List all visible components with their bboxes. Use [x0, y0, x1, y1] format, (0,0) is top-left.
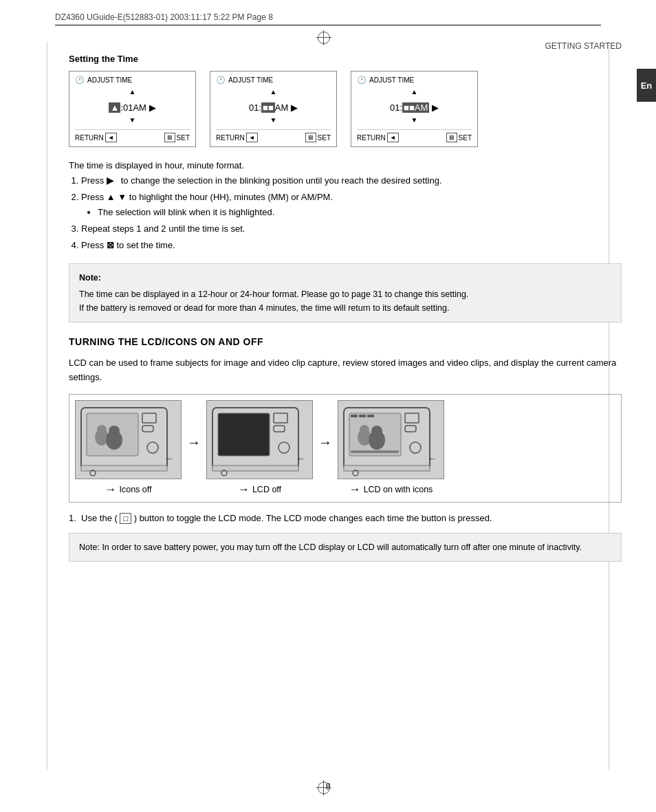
inner-arrow-3: →	[349, 483, 361, 496]
screen1-set: ⊠ SET	[164, 133, 190, 142]
section2-heading: TURNING THE LCD/ICONS ON AND OFF	[69, 336, 622, 347]
svg-rect-65	[351, 450, 399, 453]
inner-lcd-off: ← → LCD off	[206, 400, 313, 496]
adjust-time-screens: 🕐 ADJUST TIME ▲ ▲:01AM ▶ ▼ RETURN ◄ ⊠ SE…	[69, 71, 622, 147]
screen3-return: RETURN ◄	[357, 133, 399, 142]
inner-arrow-1: →	[105, 483, 116, 496]
screen3-up-arrow: ▲	[357, 89, 472, 96]
lcd-description: LCD can be used to frame subjects for im…	[69, 355, 622, 385]
screen1-hours-blink: ▲	[109, 102, 120, 113]
bottom-note-box: Note: In order to save battery power, yo…	[69, 533, 622, 562]
screen1-title-text: ADJUST TIME	[87, 76, 132, 84]
svg-rect-49	[218, 413, 270, 456]
svg-text:←: ←	[165, 453, 174, 463]
svg-rect-51	[274, 426, 285, 432]
screen2-min-blink: ■■	[261, 102, 275, 113]
screen2-bottom-bar: RETURN ◄ ⊠ SET	[216, 129, 331, 142]
lang-label: En	[641, 80, 653, 91]
screen2-time: 01:■■AM ▶	[216, 102, 331, 113]
header-text: DZ4360 UGuide-E(512883-01) 2003:11:17 5:…	[55, 12, 273, 22]
inner-lcd-icons: ← → LCD on with icons	[338, 400, 444, 496]
inner-label-lcd-off: → LCD off	[238, 483, 281, 496]
step-2-sub: The selection will blink when it is high…	[98, 205, 622, 220]
lang-tab: En	[637, 69, 656, 102]
margin-line-left	[47, 41, 47, 771]
adjust-time-screen-3: 🕐 ADJUST TIME ▲ 01:■■AM ▶ ▼ RETURN ◄ ⊠ S…	[351, 71, 478, 147]
setting-time-heading: Setting the Time	[69, 54, 622, 64]
inner-svg-lcd-off: ←	[207, 401, 313, 479]
inner-img-icons-off: ←	[75, 400, 182, 479]
screen1-title: 🕐 ADJUST TIME	[75, 76, 190, 85]
screen2-title: 🕐 ADJUST TIME	[216, 76, 331, 85]
lcd-button-icon: □	[120, 513, 131, 524]
main-content: GETTING STARTED Setting the Time 🕐 ADJUS…	[69, 41, 622, 571]
step-4: Press ⊠ to set the time.	[81, 238, 622, 253]
svg-rect-62	[351, 415, 358, 417]
svg-point-52	[278, 442, 289, 453]
screen1-bottom-bar: RETURN ◄ ⊠ SET	[75, 129, 190, 142]
screen1-down-arrow: ▼	[75, 117, 190, 124]
inner-img-lcd-icons: ←	[338, 400, 444, 479]
steps-list: Press ▶ to change the selection in the b…	[81, 173, 622, 253]
screen3-ampm-blink: ■■AM	[402, 102, 429, 113]
screen2-return: RETURN ◄	[216, 133, 258, 142]
screen3-down-arrow: ▼	[357, 117, 472, 124]
svg-rect-50	[274, 413, 287, 423]
svg-point-61	[371, 426, 382, 437]
clock-icon-2: 🕐	[216, 76, 226, 85]
svg-rect-64	[367, 415, 374, 417]
svg-rect-67	[405, 426, 416, 432]
svg-point-41	[109, 426, 120, 437]
inner-label-text-3: LCD on with icons	[364, 485, 433, 494]
inner-img-lcd-off: ←	[206, 400, 313, 479]
svg-point-39	[97, 425, 107, 435]
inner-between-arrow-2: →	[318, 435, 332, 450]
screen3-bottom-bar: RETURN ◄ ⊠ SET	[357, 129, 472, 142]
use-instruction: 1. Use the ( □ ) button to toggle the LC…	[69, 511, 622, 525]
inner-svg-icons-off: ←	[76, 401, 182, 479]
svg-rect-63	[359, 415, 366, 417]
lcd-modes-border: ← → Icons off →	[69, 394, 622, 503]
screen2-set: ⊠ SET	[305, 133, 331, 142]
bottom-note-text: In order to save battery power, you may …	[102, 542, 582, 552]
clock-icon-3: 🕐	[357, 76, 367, 85]
screen3-time: 01:■■AM ▶	[357, 102, 472, 113]
clock-icon-1: 🕐	[75, 76, 85, 85]
inner-label-icons-off: → Icons off	[105, 483, 151, 496]
reg-mark-bottom	[316, 780, 331, 795]
getting-started-label: GETTING STARTED	[69, 41, 622, 51]
svg-text:←: ←	[296, 453, 305, 463]
intro-text: The time is displayed in hour, minute fo…	[69, 158, 622, 173]
screen1-return: RETURN ◄	[75, 133, 117, 142]
note-text1-1: The time can be displayed in a 12-hour o…	[79, 287, 611, 301]
screen2-down-arrow: ▼	[216, 117, 331, 124]
inner-label-text-2: LCD off	[252, 485, 281, 494]
screen2-up-arrow: ▲	[216, 89, 331, 96]
svg-text:←: ←	[428, 453, 437, 463]
inner-label-lcd-icons: → LCD on with icons	[349, 483, 433, 496]
svg-point-44	[147, 442, 158, 453]
svg-rect-43	[142, 426, 153, 432]
step-3: Repeat steps 1 and 2 until the time is s…	[81, 221, 622, 237]
bottom-note-title: Note:	[79, 542, 100, 552]
svg-rect-66	[405, 413, 419, 423]
svg-point-68	[410, 442, 421, 453]
page-container: DZ4360 UGuide-E(512883-01) 2003:11:17 5:…	[0, 0, 656, 812]
adjust-time-screen-1: 🕐 ADJUST TIME ▲ ▲:01AM ▶ ▼ RETURN ◄ ⊠ SE…	[69, 71, 196, 147]
step-1: Press ▶ to change the selection in the b…	[81, 173, 622, 188]
svg-rect-42	[142, 413, 156, 423]
note-box-1: Note: The time can be displayed in a 12-…	[69, 263, 622, 322]
lcd-modes-inner: ← → Icons off →	[75, 400, 615, 496]
screen3-title-text: ADJUST TIME	[369, 76, 414, 84]
screen3-set: ⊠ SET	[446, 133, 472, 142]
svg-point-59	[360, 425, 369, 435]
inner-icons-off: ← → Icons off	[75, 400, 182, 496]
screen1-time: ▲:01AM ▶	[75, 102, 190, 113]
instructions: The time is displayed in hour, minute fo…	[69, 158, 622, 254]
inner-label-text-1: Icons off	[119, 485, 151, 494]
note-title-1: Note:	[79, 271, 611, 285]
screen3-title: 🕐 ADJUST TIME	[357, 76, 472, 85]
step-2: Press ▲ ▼ to highlight the hour (HH), mi…	[81, 190, 622, 220]
step-2-note: The selection will blink when it is high…	[98, 205, 622, 220]
adjust-time-screen-2: 🕐 ADJUST TIME ▲ 01:■■AM ▶ ▼ RETURN ◄ ⊠ S…	[210, 71, 337, 147]
